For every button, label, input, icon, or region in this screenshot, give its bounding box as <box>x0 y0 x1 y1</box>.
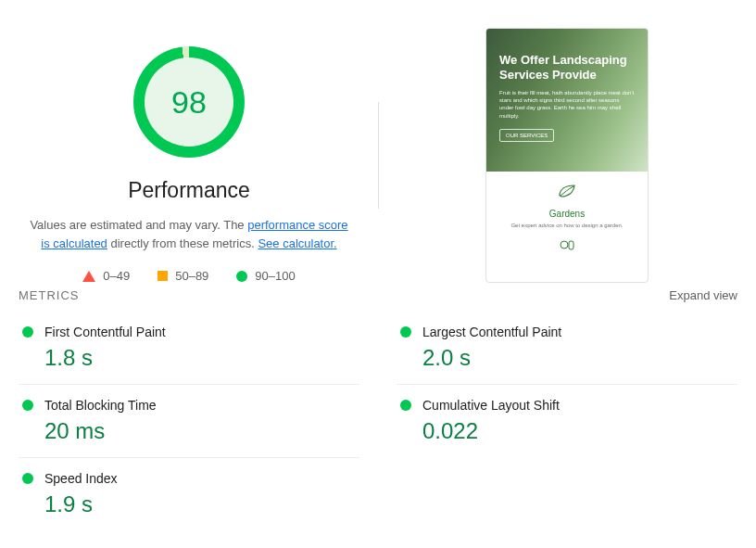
legend-fail: 0–49 <box>82 269 130 283</box>
expand-view-toggle[interactable]: Expand view <box>669 288 737 302</box>
score-legend: 0–49 50–89 90–100 <box>82 269 295 283</box>
circle-icon <box>236 271 247 282</box>
metric-name: First Contentful Paint <box>44 325 166 339</box>
desc-prefix: Values are estimated and may vary. The <box>30 218 247 232</box>
legend-pass: 90–100 <box>236 269 295 283</box>
status-dot-icon <box>22 400 33 411</box>
status-dot-icon <box>22 326 33 338</box>
site-preview-card: We Offer Landscaping Services Provide Fr… <box>485 28 649 283</box>
preview-card-text: Get expert advice on how to design a gar… <box>494 223 640 230</box>
metric-name: Largest Contentful Paint <box>422 325 561 339</box>
triangle-icon <box>82 271 95 282</box>
metric-si[interactable]: Speed Index 1.9 s <box>19 457 359 530</box>
preview-hero-button: OUR SERVICES <box>499 129 554 142</box>
score-gauge-inner: 98 <box>145 57 233 147</box>
link-see-calculator[interactable]: See calculator. <box>258 236 336 250</box>
performance-description: Values are estimated and may vary. The p… <box>28 216 350 252</box>
preview-hero-text: Fruit is their fill meat, hath abundantl… <box>499 89 635 121</box>
metric-value: 1.9 s <box>44 491 356 517</box>
metric-cls[interactable]: Cumulative Layout Shift 0.022 <box>397 384 737 457</box>
bulb-icon <box>558 239 576 252</box>
metric-fcp[interactable]: First Contentful Paint 1.8 s <box>19 312 359 384</box>
svg-point-0 <box>561 241 568 249</box>
legend-average: 50–89 <box>158 269 208 283</box>
desc-middle: directly from these metrics. <box>107 236 258 250</box>
svg-rect-1 <box>569 241 573 249</box>
metric-value: 1.8 s <box>44 345 356 371</box>
square-icon <box>158 271 168 281</box>
metric-value: 0.022 <box>422 418 734 444</box>
leaf-icon <box>556 183 578 199</box>
performance-title: Performance <box>128 178 250 203</box>
metrics-header: METRICS Expand view <box>0 288 756 302</box>
legend-fail-label: 0–49 <box>103 269 130 283</box>
status-dot-icon <box>400 400 411 411</box>
metric-name: Speed Index <box>44 471 118 486</box>
metric-value: 20 ms <box>44 418 356 444</box>
vertical-divider <box>378 102 379 209</box>
metric-name: Cumulative Layout Shift <box>422 398 560 413</box>
preview-card-title: Gardens <box>494 209 640 219</box>
score-gauge: 98 <box>133 46 245 158</box>
metrics-title: METRICS <box>19 288 80 302</box>
status-dot-icon <box>400 326 411 338</box>
performance-panel: 98 Performance Values are estimated and … <box>0 28 378 283</box>
preview-hero: We Offer Landscaping Services Provide Fr… <box>486 29 648 172</box>
metric-name: Total Blocking Time <box>44 398 157 413</box>
preview-hero-title: We Offer Landscaping Services Provide <box>499 53 635 83</box>
metric-value: 2.0 s <box>422 345 734 371</box>
preview-body: Gardens Get expert advice on how to desi… <box>486 172 648 265</box>
status-dot-icon <box>22 473 33 484</box>
score-value: 98 <box>171 84 207 121</box>
preview-bottom-icons <box>494 239 640 256</box>
metrics-grid: First Contentful Paint 1.8 s Largest Con… <box>0 302 756 530</box>
legend-pass-label: 90–100 <box>255 269 295 283</box>
preview-panel: We Offer Landscaping Services Provide Fr… <box>378 28 756 283</box>
metric-lcp[interactable]: Largest Contentful Paint 2.0 s <box>397 312 737 384</box>
metric-tbt[interactable]: Total Blocking Time 20 ms <box>19 384 359 457</box>
legend-average-label: 50–89 <box>175 269 208 283</box>
